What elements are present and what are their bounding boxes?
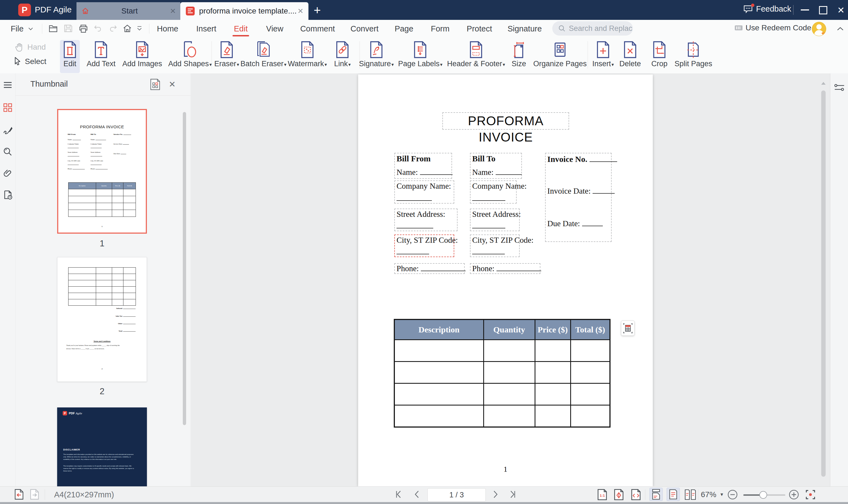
table-cell[interactable] bbox=[484, 383, 535, 405]
undo-icon[interactable] bbox=[94, 24, 103, 32]
tab-document[interactable]: proforma invoice template.... ✕ bbox=[180, 2, 308, 20]
single-page-view-button[interactable] bbox=[650, 488, 663, 501]
table-cell[interactable] bbox=[570, 383, 610, 405]
ribbon-button-add-images[interactable]: Add Images bbox=[120, 40, 165, 73]
use-redeem-code-button[interactable]: Use Redeem Code bbox=[734, 23, 811, 32]
menu-insert[interactable]: Insert bbox=[196, 24, 217, 33]
next-page-button[interactable] bbox=[492, 490, 499, 499]
redo-icon[interactable] bbox=[108, 24, 117, 32]
hand-tool[interactable]: Hand bbox=[15, 42, 46, 52]
city-from-textbox-selected[interactable]: City, ST ZIP Code: bbox=[394, 234, 454, 257]
toolbar-options-chevron-icon[interactable] bbox=[136, 26, 142, 32]
table-cell[interactable] bbox=[535, 362, 570, 383]
page-number-input[interactable] bbox=[428, 488, 486, 502]
minimize-button[interactable] bbox=[801, 10, 809, 11]
thumbnail-page-1[interactable]: PROFORMA INVOICE Bill From Name: Company… bbox=[57, 109, 147, 234]
ribbon-button-eraser[interactable]: Eraser▾ bbox=[211, 40, 242, 73]
phone-from-textbox[interactable]: Phone: bbox=[394, 263, 465, 274]
table-cell[interactable] bbox=[535, 405, 570, 427]
feedback-button[interactable]: Feedback bbox=[743, 4, 791, 14]
previous-view-button[interactable] bbox=[14, 489, 24, 500]
search-panel-icon[interactable] bbox=[3, 147, 12, 156]
home-icon[interactable] bbox=[123, 24, 132, 33]
select-tool[interactable]: Select bbox=[13, 57, 46, 67]
thumbnail-scrollbar[interactable] bbox=[183, 112, 186, 425]
open-file-icon[interactable] bbox=[49, 24, 58, 33]
menu-home[interactable]: Home bbox=[157, 24, 178, 33]
ribbon-button-signature[interactable]: Signature▾ bbox=[356, 40, 397, 73]
file-chevron-down-icon[interactable] bbox=[28, 27, 34, 31]
two-page-view-button[interactable] bbox=[684, 489, 696, 500]
company-from-textbox[interactable]: Company Name: bbox=[394, 180, 454, 203]
menu-view[interactable]: View bbox=[266, 24, 283, 33]
maximize-button[interactable] bbox=[819, 6, 827, 14]
table-cell[interactable] bbox=[394, 383, 484, 405]
scroll-up-arrow-icon[interactable] bbox=[821, 82, 826, 85]
zoom-out-button[interactable] bbox=[727, 489, 738, 500]
menu-signature[interactable]: Signature bbox=[507, 24, 542, 33]
ribbon-button-edit[interactable]: Edit bbox=[60, 40, 80, 73]
new-tab-button[interactable]: + bbox=[314, 3, 321, 17]
bill-to-textbox[interactable]: Bill To Name: bbox=[470, 153, 522, 179]
first-page-button[interactable] bbox=[394, 490, 403, 499]
street-from-textbox[interactable]: Street Address: bbox=[394, 209, 457, 231]
attachment-icon[interactable] bbox=[3, 169, 12, 178]
city-to-textbox[interactable]: City, ST ZIP Code: bbox=[470, 234, 520, 257]
ribbon-button-page-labels[interactable]: Page Labels▾ bbox=[395, 40, 445, 73]
invoice-table[interactable]: Description Quantity Price ($) Total ($) bbox=[394, 319, 610, 428]
menu-convert[interactable]: Convert bbox=[350, 24, 379, 33]
ribbon-button-organize-pages[interactable]: Organize Pages bbox=[531, 40, 590, 73]
table-cell[interactable] bbox=[570, 362, 610, 383]
ribbon-button-delete[interactable]: Delete bbox=[617, 40, 644, 73]
last-page-button[interactable] bbox=[509, 490, 517, 499]
next-view-button[interactable] bbox=[30, 489, 39, 500]
ribbon-button-add-text[interactable]: Add Text bbox=[84, 40, 119, 73]
table-cell[interactable] bbox=[394, 405, 484, 427]
thumbnail-1-label[interactable]: 1 bbox=[57, 239, 147, 249]
page-grid-icon[interactable] bbox=[150, 78, 161, 90]
document-page[interactable]: PROFORMA INVOICE Bill From Name: Bill To… bbox=[358, 74, 653, 486]
menu-edit[interactable]: Edit bbox=[234, 24, 248, 33]
zoom-in-button[interactable] bbox=[789, 489, 799, 500]
ribbon-button-add-shapes[interactable]: Add Shapes▾ bbox=[166, 40, 214, 73]
table-cell[interactable] bbox=[484, 405, 535, 427]
bill-from-textbox[interactable]: Bill From Name: bbox=[394, 153, 452, 179]
ribbon-button-crop[interactable]: Crop bbox=[648, 40, 671, 73]
document-scrollbar[interactable] bbox=[821, 90, 826, 477]
continuous-view-button[interactable] bbox=[667, 488, 680, 501]
company-to-textbox[interactable]: Company Name: bbox=[470, 180, 517, 203]
table-cell[interactable] bbox=[535, 340, 570, 362]
table-cell[interactable] bbox=[570, 340, 610, 362]
ribbon-button-batch-eraser[interactable]: Batch Eraser▾ bbox=[238, 40, 289, 73]
avatar[interactable] bbox=[812, 22, 826, 36]
tab-start-close-icon[interactable]: ✕ bbox=[170, 7, 176, 15]
ribbon-button-insert[interactable]: Insert▾ bbox=[590, 40, 617, 73]
thumbnail-panel-icon[interactable] bbox=[3, 103, 12, 112]
actual-size-button[interactable]: 1:1 bbox=[597, 489, 607, 500]
invoice-info-textbox[interactable]: Invoice No. Invoice Date: Due Date: bbox=[545, 153, 612, 242]
thumbnail-2-label[interactable]: 2 bbox=[57, 386, 147, 396]
search-input[interactable] bbox=[568, 24, 633, 33]
previous-page-button[interactable] bbox=[413, 490, 420, 499]
panel-menu-icon[interactable] bbox=[3, 82, 12, 89]
thumbnail-panel-close-icon[interactable]: ✕ bbox=[169, 79, 176, 89]
menu-form[interactable]: Form bbox=[431, 24, 450, 33]
fit-page-button[interactable] bbox=[613, 489, 624, 500]
table-cell[interactable] bbox=[394, 362, 484, 383]
save-icon[interactable] bbox=[64, 24, 73, 33]
tab-document-close-icon[interactable]: ✕ bbox=[297, 7, 304, 15]
table-edit-button[interactable] bbox=[621, 321, 635, 336]
thumbnail-page-2[interactable]: Subtotal: Sales Tax: Other: Total: Terms… bbox=[57, 257, 147, 382]
ribbon-button-split-pages[interactable]: Split Pages bbox=[672, 40, 715, 73]
phone-to-textbox[interactable]: Phone: bbox=[470, 263, 540, 274]
street-to-textbox[interactable]: Street Address: bbox=[470, 209, 520, 231]
ribbon-button-size[interactable]: Size bbox=[509, 40, 529, 73]
zoom-slider-thumb[interactable] bbox=[759, 491, 767, 499]
table-cell[interactable] bbox=[484, 362, 535, 383]
zoom-level[interactable]: 67% bbox=[701, 490, 716, 499]
menu-file[interactable]: File bbox=[11, 24, 24, 33]
table-cell[interactable] bbox=[394, 340, 484, 362]
ribbon-button-link[interactable]: Link▾ bbox=[331, 40, 353, 73]
properties-sliders-icon[interactable] bbox=[834, 83, 845, 92]
table-cell[interactable] bbox=[484, 340, 535, 362]
